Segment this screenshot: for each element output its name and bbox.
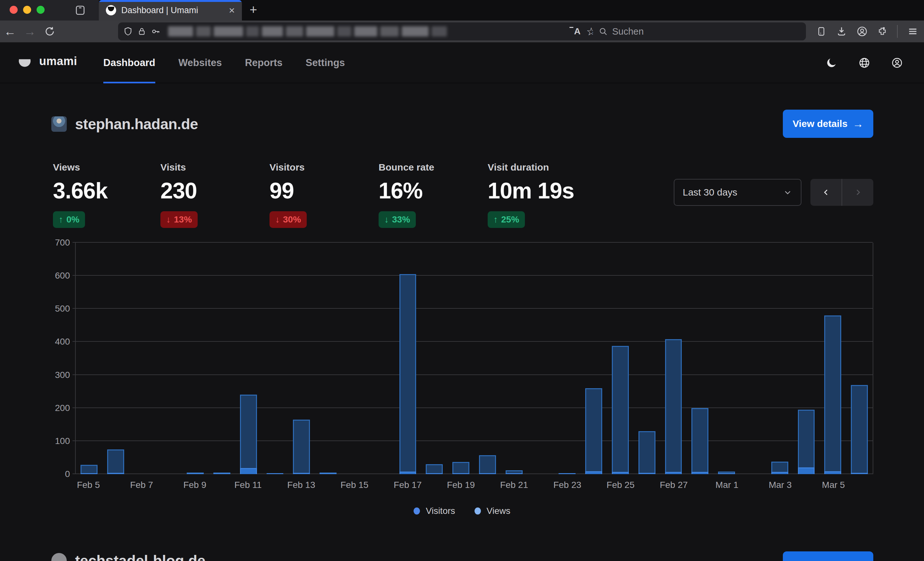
firefox-view-icon[interactable] — [74, 4, 86, 16]
bar-views-feb-25[interactable] — [612, 346, 629, 474]
tab-strip: Dashboard | Umami × + — [0, 0, 924, 21]
second-website-favicon — [51, 553, 67, 561]
trend-arrow-icon: ↑ — [59, 214, 63, 225]
bar-visitors-mar-5[interactable] — [824, 471, 841, 474]
forward-button[interactable]: → — [20, 25, 40, 39]
legend-item-views[interactable]: Views — [474, 506, 510, 516]
zoom-window-button[interactable] — [37, 6, 45, 14]
bar-views-feb-27[interactable] — [665, 339, 682, 474]
nav-item-reports[interactable]: Reports — [233, 42, 294, 83]
metric-value: 99 — [270, 178, 307, 203]
bar-views-feb-24[interactable] — [585, 388, 602, 474]
lock-icon[interactable] — [137, 27, 146, 36]
app-navbar: umami Dashboard Websites Reports Setting… — [0, 42, 924, 83]
brand-name: umami — [39, 54, 77, 68]
y-tick-label: 700 — [55, 238, 70, 248]
extensions-icon[interactable] — [877, 26, 887, 37]
date-pager — [810, 179, 873, 206]
metric-change-badge: ↓13% — [160, 211, 198, 228]
close-window-button[interactable] — [10, 6, 18, 14]
back-button[interactable]: ← — [0, 25, 20, 39]
change-value: 0% — [66, 214, 79, 225]
bar-views-feb-18[interactable] — [426, 464, 443, 474]
new-tab-button[interactable]: + — [250, 3, 257, 17]
second-view-details-button[interactable]: View details → — [783, 551, 873, 561]
reload-icon[interactable] — [40, 26, 60, 37]
legend-item-visitors[interactable]: Visitors — [414, 506, 455, 516]
prev-period-button[interactable] — [810, 179, 842, 206]
bar-views-feb-13[interactable] — [293, 420, 310, 474]
metric-value: 3.66k — [53, 178, 108, 203]
gridline — [72, 341, 873, 342]
bar-visitors-mar-4[interactable] — [798, 467, 815, 474]
bar-views-mar-4[interactable] — [798, 410, 815, 474]
metric-value: 16% — [379, 178, 434, 203]
legend-label: Views — [487, 506, 510, 516]
bar-views-mar-6[interactable] — [851, 385, 868, 474]
language-globe-icon[interactable] — [858, 57, 870, 69]
browser-tab[interactable]: Dashboard | Umami × — [99, 0, 242, 21]
bar-views-feb-26[interactable] — [639, 431, 656, 474]
metric-value: 230 — [160, 178, 198, 203]
downloads-icon[interactable] — [836, 26, 847, 37]
trend-arrow-icon: ↑ — [494, 214, 498, 225]
arrow-right-icon: → — [853, 560, 864, 561]
search-bar[interactable]: Suchen — [593, 22, 806, 40]
date-range-select[interactable]: Last 30 days — [674, 179, 801, 206]
chart-legend: Visitors Views — [0, 506, 924, 516]
x-tick-label: Feb 13 — [287, 480, 315, 490]
nav-item-settings[interactable]: Settings — [294, 42, 357, 83]
bar-views-feb-11[interactable] — [240, 395, 257, 474]
x-tick-label: Feb 17 — [394, 480, 422, 490]
menu-hamburger-icon[interactable] — [908, 26, 918, 37]
bar-visitors-feb-11[interactable] — [240, 468, 257, 474]
next-period-button[interactable] — [842, 179, 873, 206]
toolbar-separator — [897, 25, 898, 38]
bar-views-feb-20[interactable] — [479, 455, 496, 474]
bar-visitors-feb-28[interactable] — [692, 472, 708, 474]
visitors-dot-icon — [414, 507, 420, 515]
bar-views-mar-5[interactable] — [824, 316, 841, 474]
gridline — [72, 440, 873, 441]
gridline — [72, 308, 873, 309]
umami-brand[interactable]: umami — [17, 54, 77, 69]
bar-views-feb-6[interactable] — [107, 449, 124, 474]
chart-xaxis: Feb 5Feb 7Feb 9Feb 11Feb 13Feb 15Feb 17F… — [75, 474, 873, 494]
website-title: stephan.hadan.de — [75, 115, 198, 133]
profile-icon[interactable] — [891, 57, 903, 69]
bar-visitors-mar-3[interactable] — [771, 472, 788, 474]
theme-moon-icon[interactable] — [826, 57, 837, 69]
nav-item-dashboard[interactable]: Dashboard — [92, 42, 167, 83]
metric-views: Views 3.66k ↑0% — [53, 162, 108, 228]
bar-views-feb-5[interactable] — [81, 465, 98, 474]
translate-icon[interactable]: A — [570, 26, 580, 37]
url-redacted-text — [168, 26, 566, 37]
view-details-label: View details — [792, 118, 848, 129]
nav-item-websites[interactable]: Websites — [167, 42, 234, 83]
account-icon[interactable] — [856, 26, 867, 37]
bar-visitors-feb-24[interactable] — [585, 471, 602, 474]
bar-views-feb-19[interactable] — [452, 462, 470, 474]
reader-panel-icon[interactable] — [816, 26, 826, 37]
bar-visitors-feb-27[interactable] — [665, 472, 682, 474]
bar-views-feb-28[interactable] — [692, 408, 708, 474]
chart-plot[interactable] — [75, 243, 873, 474]
metric-label: Bounce rate — [379, 162, 434, 173]
bar-visitors-feb-25[interactable] — [612, 472, 629, 474]
tab-title: Dashboard | Umami — [121, 6, 225, 15]
url-bar[interactable]: A ☆ — [118, 22, 601, 40]
x-tick-label: Mar 3 — [769, 480, 792, 490]
umami-favicon-icon — [106, 5, 116, 15]
bar-visitors-feb-17[interactable] — [399, 471, 417, 474]
shield-icon[interactable] — [123, 27, 133, 36]
metric-visit-duration: Visit duration 10m 19s ↑25% — [488, 162, 574, 228]
bar-views-feb-17[interactable] — [399, 274, 417, 474]
search-placeholder: Suchen — [612, 26, 644, 37]
key-icon[interactable] — [151, 27, 160, 36]
x-tick-label: Feb 23 — [554, 480, 581, 490]
close-tab-icon[interactable]: × — [229, 5, 235, 15]
view-details-button[interactable]: View details → — [783, 110, 873, 138]
minimize-window-button[interactable] — [23, 6, 31, 14]
x-tick-label: Feb 5 — [77, 480, 100, 490]
change-value: 13% — [174, 214, 192, 225]
